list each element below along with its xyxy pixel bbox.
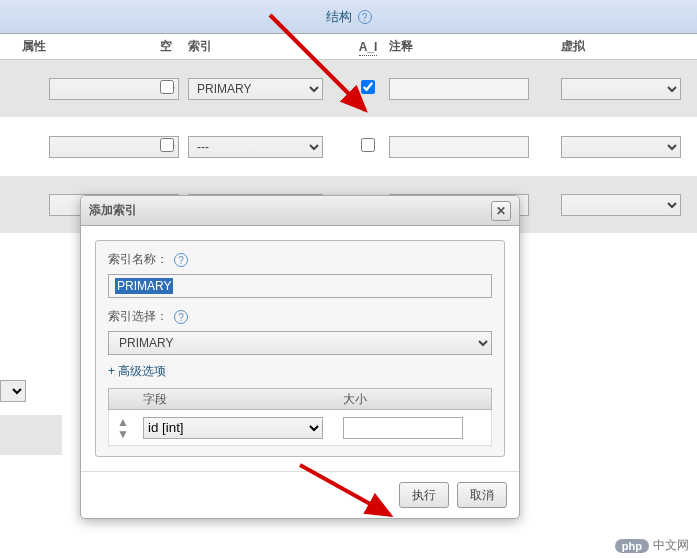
left-stub xyxy=(0,380,26,404)
col-field-header: 字段 xyxy=(137,391,337,408)
header-virtual: 虚拟 xyxy=(551,38,681,55)
table-row: --- xyxy=(0,118,697,176)
comment-input[interactable] xyxy=(389,78,529,100)
index-name-input[interactable]: PRIMARY xyxy=(108,274,492,298)
header-attribute: 属性 xyxy=(0,38,160,55)
sort-handle-icon[interactable]: ▲▼ xyxy=(109,416,137,440)
virtual-select[interactable] xyxy=(561,194,681,216)
label-block xyxy=(0,415,62,455)
stub-select[interactable] xyxy=(0,380,26,402)
header-ai: A_I xyxy=(353,40,383,54)
dialog-footer: 执行 取消 xyxy=(81,471,519,518)
watermark-cn: 中文网 xyxy=(653,537,689,554)
help-icon[interactable]: ? xyxy=(174,253,188,267)
table-row: PRIMARY xyxy=(0,60,697,118)
execute-button[interactable]: 执行 xyxy=(399,482,449,508)
index-select[interactable]: --- xyxy=(188,136,323,158)
header-comment: 注释 xyxy=(383,38,551,55)
dialog-inner: 索引名称： ? PRIMARY 索引选择： ? PRIMARY + 高级选项 字… xyxy=(95,240,505,457)
column-size-input[interactable] xyxy=(343,417,463,439)
index-columns-table: 字段 大小 ▲▼ id [int] xyxy=(108,388,492,446)
index-name-label: 索引名称： ? xyxy=(108,251,492,268)
index-select[interactable]: PRIMARY xyxy=(188,78,323,100)
index-choice-label: 索引选择： ? xyxy=(108,308,492,325)
ai-checkbox[interactable] xyxy=(361,80,375,94)
help-icon[interactable]: ? xyxy=(174,310,188,324)
cancel-button[interactable]: 取消 xyxy=(457,482,507,508)
dialog-title: 添加索引 xyxy=(89,202,137,219)
virtual-select[interactable] xyxy=(561,136,681,158)
comment-input[interactable] xyxy=(389,136,529,158)
add-index-dialog: 添加索引 ✕ 索引名称： ? PRIMARY 索引选择： ? PRIMARY +… xyxy=(80,195,520,519)
index-column-row: ▲▼ id [int] xyxy=(108,410,492,446)
dialog-header: 添加索引 ✕ xyxy=(81,196,519,226)
close-icon: ✕ xyxy=(496,204,506,218)
column-headers: 属性 空 索引 A_I 注释 虚拟 xyxy=(0,34,697,60)
tab-label: 结构 xyxy=(326,8,352,26)
header-index: 索引 xyxy=(188,38,353,55)
null-checkbox[interactable] xyxy=(160,80,174,94)
index-choice-select[interactable]: PRIMARY xyxy=(108,331,492,355)
close-button[interactable]: ✕ xyxy=(491,201,511,221)
ai-checkbox[interactable] xyxy=(361,138,375,152)
header-null: 空 xyxy=(160,38,188,55)
watermark-php: php xyxy=(615,539,649,553)
structure-tab[interactable]: 结构 ? xyxy=(0,0,697,34)
null-checkbox[interactable] xyxy=(160,138,174,152)
watermark: php 中文网 xyxy=(615,537,689,554)
advanced-options-link[interactable]: + 高级选项 xyxy=(108,363,166,380)
column-field-select[interactable]: id [int] xyxy=(143,417,323,439)
help-icon[interactable]: ? xyxy=(358,10,372,24)
col-size-header: 大小 xyxy=(337,391,467,408)
virtual-select[interactable] xyxy=(561,78,681,100)
